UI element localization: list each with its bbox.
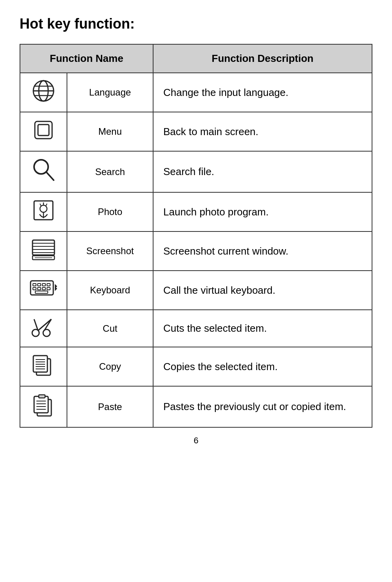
col-function-description: Function Description <box>153 44 372 73</box>
function-desc-cell: Call the virtual keyboard. <box>153 271 372 310</box>
svg-point-10 <box>40 205 47 212</box>
keyboard-icon <box>20 271 67 310</box>
svg-line-13 <box>40 204 41 206</box>
function-name-cell: Paste <box>67 386 153 427</box>
svg-rect-23 <box>33 284 36 286</box>
col-function-name: Function Name <box>20 44 153 73</box>
table-row: CopyCopies the selected item. <box>20 347 372 386</box>
function-name-cell: Photo <box>67 192 153 231</box>
function-name-cell: Screenshot <box>67 231 153 271</box>
function-desc-cell: Launch photo program. <box>153 192 372 231</box>
svg-rect-47 <box>34 396 48 413</box>
function-desc-cell: Search file. <box>153 151 372 192</box>
table-row: MenuBack to main screen. <box>20 112 372 151</box>
menu-icon <box>20 112 67 151</box>
paste-icon <box>20 386 67 427</box>
hotkey-table: Function Name Function Description Langu… <box>20 44 372 428</box>
function-desc-cell: Back to main screen. <box>153 112 372 151</box>
function-name-cell: Keyboard <box>67 271 153 310</box>
svg-rect-24 <box>38 284 41 286</box>
svg-rect-48 <box>39 395 45 398</box>
svg-rect-30 <box>47 287 50 290</box>
table-row: KeyboardCall the virtual keyboard. <box>20 271 372 310</box>
svg-rect-6 <box>38 125 49 136</box>
svg-rect-31 <box>35 291 48 293</box>
svg-line-14 <box>46 204 47 206</box>
function-desc-cell: Pastes the previously cut or copied item… <box>153 386 372 427</box>
table-row: PhotoLaunch photo program. <box>20 192 372 231</box>
function-name-cell: Cut <box>67 310 153 347</box>
language-icon <box>20 73 67 112</box>
cut-icon <box>20 310 67 347</box>
svg-rect-26 <box>47 284 50 286</box>
table-row: LanguageChange the input language. <box>20 73 372 112</box>
search-icon <box>20 151 67 192</box>
function-desc-cell: Change the input language. <box>153 73 372 112</box>
table-row: SearchSearch file. <box>20 151 372 192</box>
function-desc-cell: Cuts the selected item. <box>153 310 372 347</box>
svg-rect-28 <box>38 287 41 290</box>
table-row: ScreenshotScreenshot current window. <box>20 231 372 271</box>
function-name-cell: Menu <box>67 112 153 151</box>
page-title: Hot key function: <box>20 16 372 32</box>
function-desc-cell: Screenshot current window. <box>153 231 372 271</box>
photo-icon <box>20 192 67 231</box>
svg-rect-27 <box>33 287 36 290</box>
function-name-cell: Language <box>67 73 153 112</box>
function-desc-cell: Copies the selected item. <box>153 347 372 386</box>
table-row: PastePastes the previously cut or copied… <box>20 386 372 427</box>
svg-rect-25 <box>42 284 45 286</box>
svg-line-8 <box>46 172 54 180</box>
table-row: CutCuts the selected item. <box>20 310 372 347</box>
screenshot-icon <box>20 231 67 271</box>
page-number: 6 <box>193 436 198 445</box>
svg-rect-29 <box>42 287 45 290</box>
function-name-cell: Search <box>67 151 153 192</box>
function-name-cell: Copy <box>67 347 153 386</box>
copy-icon <box>20 347 67 386</box>
